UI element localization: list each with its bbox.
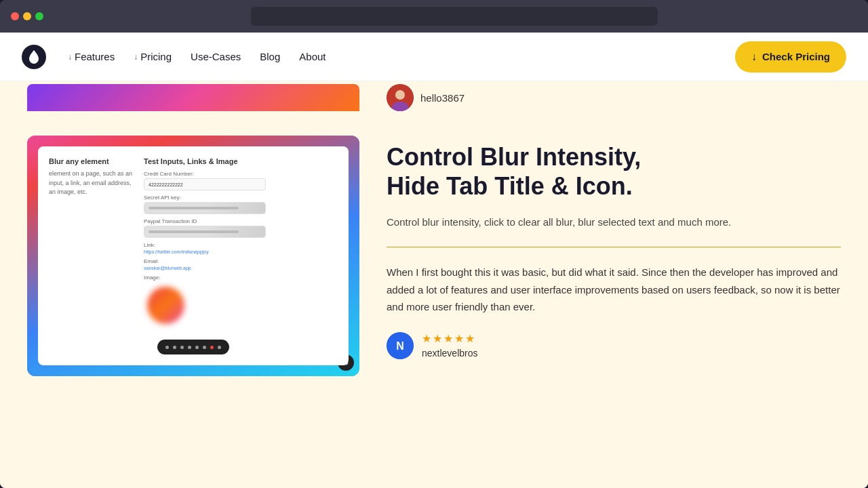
reviewer: N ★ ★ ★ ★ ★ nextlevelbros <box>387 332 841 359</box>
email-label: Email: <box>144 258 338 264</box>
toolbar-dot-6 <box>203 346 206 349</box>
blur-panel: Blur any element element on a page, such… <box>49 157 144 331</box>
nav-left: ↓ Features ↓ Pricing Use-Cases <box>22 45 326 69</box>
pricing-arrow-icon: ↓ <box>134 52 138 62</box>
nav-item-use-cases[interactable]: Use-Cases <box>191 51 241 62</box>
feature-title-line2: Hide Tab Title & Icon. <box>387 172 633 200</box>
app-preview-wrapper: Blur any element element on a page, such… <box>27 136 359 376</box>
paypal-field-group: Paypal Transaction ID <box>144 218 338 238</box>
toolbar-dot-7 <box>218 346 221 349</box>
star-1: ★ <box>422 332 431 345</box>
blog-label: Blog <box>260 51 280 62</box>
browser-content: ↓ Features ↓ Pricing Use-Cases <box>0 33 868 488</box>
api-key-field-group: Secret API key: <box>144 195 338 214</box>
link-value: https://twitter.com/indianappjoy <box>144 249 338 254</box>
svg-text:N: N <box>396 340 404 352</box>
features-arrow-icon: ↓ <box>68 52 72 62</box>
navigation: ↓ Features ↓ Pricing Use-Cases <box>0 33 868 81</box>
email-field-group: Email: sanskar@blurweb.app <box>144 258 338 270</box>
nav-link-about[interactable]: About <box>299 51 326 62</box>
paypal-label: Paypal Transaction ID <box>144 218 338 224</box>
avatar <box>387 84 414 111</box>
toolbar-dot-5 <box>195 346 199 349</box>
reviewer-name: nextlevelbros <box>422 348 478 359</box>
check-pricing-arrow-icon: ↓ <box>751 51 757 63</box>
api-key-label: Secret API key: <box>144 195 338 201</box>
blur-panel-description: element on a page, such as an input, a l… <box>49 169 137 197</box>
partial-card <box>27 84 359 111</box>
feature-title-line1: Control Blur Intensity, <box>387 143 641 171</box>
api-key-input <box>144 202 266 214</box>
test-inputs-panel: Test Inputs, Links & Image Credit Card N… <box>144 157 338 331</box>
reviewer-info: ★ ★ ★ ★ ★ nextlevelbros <box>422 332 478 359</box>
divider <box>387 247 841 247</box>
star-2: ★ <box>433 332 442 345</box>
toolbar-dot-2 <box>173 346 176 349</box>
email-value: sanskar@blurweb.app <box>144 266 338 270</box>
nav-links: ↓ Features ↓ Pricing Use-Cases <box>68 51 326 62</box>
toolbar-bar <box>157 340 229 354</box>
paypal-input <box>144 226 266 238</box>
test-inputs-title: Test Inputs, Links & Image <box>144 157 338 165</box>
top-section: hello3867 <box>0 81 868 122</box>
check-pricing-label: Check Pricing <box>762 51 830 62</box>
app-inner-header: Blur any element element on a page, such… <box>49 157 338 331</box>
toolbar-dot-red <box>210 346 214 349</box>
image-field-group: Image: <box>144 274 338 327</box>
nav-link-blog[interactable]: Blog <box>260 51 280 62</box>
app-preview-card: Blur any element element on a page, such… <box>27 136 359 376</box>
credit-card-field-group: Credit Card Number: 4222222222222 <box>144 171 338 190</box>
feature-text: Control Blur Intensity, Hide Tab Title &… <box>387 136 841 359</box>
star-5: ★ <box>465 332 475 345</box>
toolbar-dot-1 <box>165 346 169 349</box>
image-preview <box>144 283 188 327</box>
credit-card-input: 4222222222222 <box>144 178 266 190</box>
nav-link-use-cases[interactable]: Use-Cases <box>191 51 241 62</box>
traffic-light-yellow[interactable] <box>23 12 31 20</box>
nav-link-pricing[interactable]: ↓ Pricing <box>134 51 172 62</box>
traffic-light-green[interactable] <box>35 12 43 20</box>
address-bar[interactable] <box>251 7 658 26</box>
nav-link-features[interactable]: ↓ Features <box>68 51 115 62</box>
traffic-lights <box>11 12 43 20</box>
star-rating: ★ ★ ★ ★ ★ <box>422 332 478 345</box>
nav-item-blog[interactable]: Blog <box>260 51 280 62</box>
use-cases-label: Use-Cases <box>191 51 241 62</box>
traffic-light-red[interactable] <box>11 12 19 20</box>
blur-panel-title: Blur any element <box>49 157 144 165</box>
toolbar-dot-3 <box>180 346 184 349</box>
app-inner: Blur any element element on a page, such… <box>38 146 349 365</box>
logo[interactable] <box>22 45 46 69</box>
main-content: hello3867 Blur any element element on a … <box>0 81 868 488</box>
testimonial-text: When I first bought this it was basic, b… <box>387 264 841 316</box>
features-label: Features <box>75 51 115 62</box>
about-label: About <box>299 51 326 62</box>
browser-chrome <box>0 0 868 33</box>
username: hello3867 <box>420 92 465 104</box>
nav-item-pricing[interactable]: ↓ Pricing <box>134 51 172 62</box>
svg-point-1 <box>395 90 405 100</box>
browser-window: ↓ Features ↓ Pricing Use-Cases <box>0 0 868 488</box>
toolbar-dot-4 <box>188 346 191 349</box>
reviewer-avatar: N <box>387 332 414 359</box>
blurred-image <box>147 287 184 324</box>
star-3: ★ <box>443 332 453 345</box>
user-badge: hello3867 <box>387 84 465 111</box>
nav-item-about[interactable]: About <box>299 51 326 62</box>
link-label: Link: <box>144 242 338 248</box>
feature-title: Control Blur Intensity, Hide Tab Title &… <box>387 142 841 201</box>
feature-section: Blur any element element on a page, such… <box>0 122 868 488</box>
feature-description: Control blur intensity, click to clear a… <box>387 214 841 230</box>
pricing-label: Pricing <box>140 51 172 62</box>
star-4: ★ <box>454 332 464 345</box>
image-label: Image: <box>144 274 338 281</box>
link-field-group: Link: https://twitter.com/indianappjoy <box>144 242 338 254</box>
check-pricing-button[interactable]: ↓ Check Pricing <box>735 41 846 73</box>
credit-card-label: Credit Card Number: <box>144 171 338 177</box>
nav-item-features[interactable]: ↓ Features <box>68 51 115 62</box>
